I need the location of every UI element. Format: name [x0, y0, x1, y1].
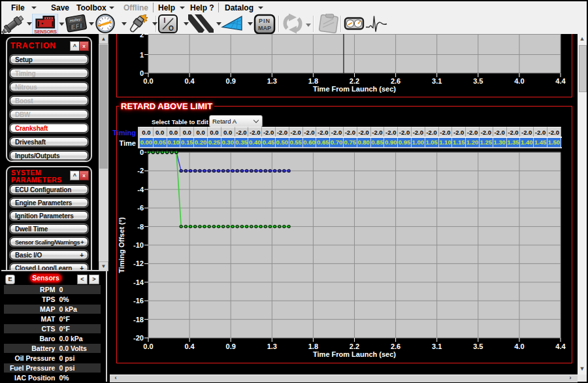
svg-text:Timing Offset (°): Timing Offset (°)	[118, 217, 125, 273]
svg-text:-18: -18	[133, 316, 144, 324]
svg-text:I: I	[164, 17, 166, 24]
svg-text:-14: -14	[133, 278, 144, 286]
svg-text:2: 2	[140, 34, 144, 39]
svg-text:0.4: 0.4	[184, 77, 195, 85]
svg-text:4.4: 4.4	[555, 342, 566, 350]
svg-text:2.6: 2.6	[391, 77, 400, 85]
svg-text:-6: -6	[137, 204, 144, 212]
svg-text:0: 0	[140, 148, 144, 156]
svg-text:1.8: 1.8	[308, 342, 318, 350]
svg-text:1.8: 1.8	[308, 77, 318, 85]
svg-text:PIN: PIN	[259, 18, 270, 24]
svg-text:4.4: 4.4	[555, 77, 566, 85]
svg-text:2.6: 2.6	[391, 342, 400, 350]
svg-text:Time From Launch (sec): Time From Launch (sec)	[313, 350, 396, 358]
svg-text:0.9: 0.9	[226, 77, 236, 85]
svg-text:Time From Launch (sec): Time From Launch (sec)	[313, 85, 396, 93]
svg-text:-12: -12	[133, 259, 144, 267]
svg-text:3.1: 3.1	[432, 77, 442, 85]
svg-text:SENSORS: SENSORS	[34, 29, 57, 34]
svg-text:0.4: 0.4	[184, 342, 195, 350]
svg-text:-16: -16	[133, 297, 144, 305]
svg-text:1: 1	[140, 51, 144, 59]
svg-text:O: O	[169, 25, 174, 32]
svg-text:4.0: 4.0	[514, 77, 524, 85]
svg-text:3.1: 3.1	[432, 342, 442, 350]
svg-text:0.0: 0.0	[143, 342, 153, 350]
svg-text:-10: -10	[133, 241, 144, 249]
svg-text:-4: -4	[137, 186, 144, 193]
svg-text:4.0: 4.0	[514, 342, 524, 350]
svg-text:3.5: 3.5	[473, 342, 483, 350]
svg-text:1.3: 1.3	[267, 77, 277, 85]
svg-text:1.3: 1.3	[267, 342, 277, 350]
svg-text:3.5: 3.5	[473, 77, 483, 85]
svg-text:-2: -2	[137, 167, 144, 175]
svg-text:0.9: 0.9	[226, 342, 236, 350]
svg-text:0: 0	[140, 69, 144, 77]
svg-text:MAP: MAP	[258, 25, 271, 31]
svg-text:2.2: 2.2	[350, 342, 359, 350]
svg-text:0.0: 0.0	[143, 77, 153, 85]
svg-text:2.2: 2.2	[350, 77, 359, 85]
svg-text:-20: -20	[133, 334, 144, 342]
svg-text:-8: -8	[137, 223, 144, 231]
